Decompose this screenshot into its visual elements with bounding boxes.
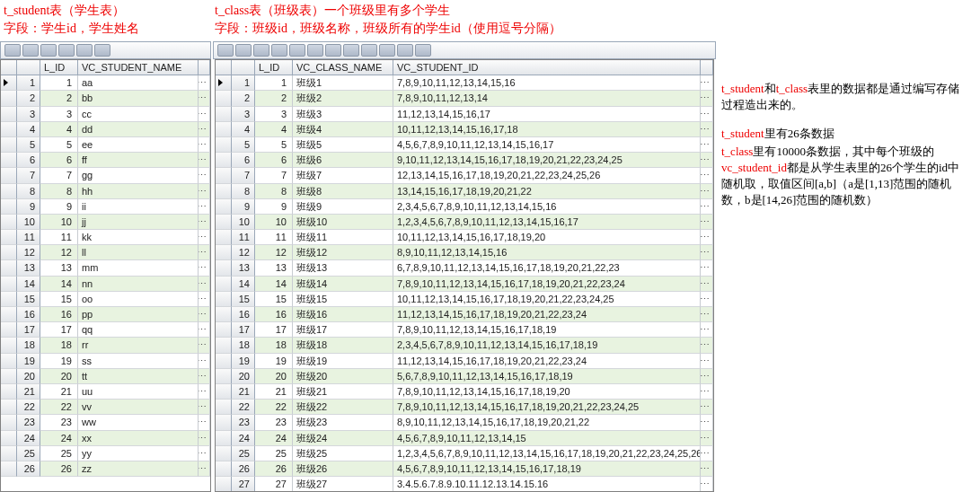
- cell-student-name[interactable]: mm: [78, 260, 199, 276]
- toolbar-icon[interactable]: [307, 44, 323, 57]
- cell-class-name[interactable]: 班级15: [293, 292, 393, 307]
- cell-more-icon[interactable]: [701, 168, 713, 183]
- cell-lid[interactable]: 10: [40, 215, 78, 230]
- cell-student-name[interactable]: ii: [78, 199, 199, 215]
- cell-lid[interactable]: 27: [255, 477, 293, 491]
- row-gutter[interactable]: [216, 260, 232, 276]
- cell-lid[interactable]: 3: [255, 107, 293, 122]
- cell-lid[interactable]: 11: [255, 230, 293, 245]
- cell-student-name[interactable]: pp: [78, 307, 199, 322]
- table-row[interactable]: 1616班级1611,12,13,14,15,16,17,18,19,20,21…: [216, 307, 713, 322]
- row-gutter[interactable]: [1, 107, 17, 122]
- cell-student-name[interactable]: gg: [78, 168, 199, 183]
- row-gutter[interactable]: [216, 477, 232, 491]
- cell-class-name[interactable]: 班级2: [293, 91, 393, 106]
- toolbar-icon[interactable]: [217, 44, 234, 57]
- cell-class-name[interactable]: 班级12: [293, 245, 393, 260]
- table-row[interactable]: 2626zz: [1, 461, 210, 477]
- cell-student-ids[interactable]: 1,2,3,4,5,6,7,8,9,10,11,12,13,14,15,16,1…: [393, 446, 701, 461]
- cell-student-name[interactable]: ss: [78, 354, 199, 369]
- cell-more-icon[interactable]: [199, 415, 210, 430]
- cell-more-icon[interactable]: [199, 199, 210, 215]
- table-row[interactable]: 88班级813,14,15,16,17,18,19,20,21,22: [216, 184, 713, 199]
- row-gutter[interactable]: [1, 292, 17, 307]
- cell-lid[interactable]: 25: [40, 446, 78, 461]
- table-row[interactable]: 1717班级177,8,9,10,11,12,13,14,15,16,17,18…: [216, 322, 713, 338]
- table-row[interactable]: 1414班级147,8,9,10,11,12,13,14,15,16,17,18…: [216, 277, 713, 292]
- cell-student-ids[interactable]: 7,8,9,10,11,12,13,14,15,16,17,18,19,20: [393, 384, 701, 400]
- cell-student-name[interactable]: ww: [78, 415, 199, 430]
- cell-more-icon[interactable]: [701, 292, 713, 307]
- table-row[interactable]: 33cc: [1, 107, 210, 122]
- row-gutter[interactable]: [1, 137, 17, 153]
- table-row[interactable]: 99班级92,3,4,5,6,7,8,9,10,11,12,13,14,15,1…: [216, 199, 713, 215]
- col-header-name[interactable]: VC_STUDENT_NAME: [78, 60, 199, 75]
- cell-more-icon[interactable]: [199, 446, 210, 461]
- cell-student-ids[interactable]: 10,11,12,13,14,15,16,17,18,19,20,21,22,2…: [393, 292, 701, 307]
- cell-more-icon[interactable]: [701, 322, 713, 338]
- cell-lid[interactable]: 24: [255, 431, 293, 446]
- cell-lid[interactable]: 13: [40, 260, 78, 276]
- gutter-header[interactable]: [216, 60, 232, 75]
- cell-lid[interactable]: 2: [255, 91, 293, 106]
- cell-lid[interactable]: 10: [255, 215, 293, 230]
- cell-more-icon[interactable]: [701, 153, 713, 168]
- cell-lid[interactable]: 5: [40, 137, 78, 153]
- row-gutter[interactable]: [216, 369, 232, 384]
- cell-lid[interactable]: 7: [255, 168, 293, 183]
- row-gutter[interactable]: [1, 431, 17, 446]
- cell-lid[interactable]: 9: [255, 199, 293, 215]
- cell-more-icon[interactable]: [701, 461, 713, 477]
- row-gutter[interactable]: [216, 91, 232, 106]
- cell-class-name[interactable]: 班级9: [293, 199, 393, 215]
- table-row[interactable]: 77班级712,13,14,15,16,17,18,19,20,21,22,23…: [216, 168, 713, 183]
- cell-more-icon[interactable]: [701, 107, 713, 122]
- cell-student-name[interactable]: yy: [78, 446, 199, 461]
- toolbar-icon[interactable]: [379, 44, 395, 57]
- cell-student-name[interactable]: nn: [78, 277, 199, 292]
- row-gutter[interactable]: [1, 461, 17, 477]
- cell-lid[interactable]: 6: [40, 153, 78, 168]
- cell-more-icon[interactable]: [701, 338, 713, 353]
- row-gutter[interactable]: [216, 322, 232, 338]
- cell-more-icon[interactable]: [199, 322, 210, 338]
- cell-lid[interactable]: 23: [255, 415, 293, 430]
- row-gutter[interactable]: [216, 277, 232, 292]
- cell-student-name[interactable]: dd: [78, 122, 199, 137]
- cell-lid[interactable]: 17: [40, 322, 78, 338]
- row-gutter[interactable]: [1, 307, 17, 322]
- cell-more-icon[interactable]: [199, 369, 210, 384]
- row-gutter[interactable]: [216, 446, 232, 461]
- row-gutter[interactable]: [216, 137, 232, 153]
- row-gutter[interactable]: [216, 122, 232, 137]
- cell-more-icon[interactable]: [701, 122, 713, 137]
- cell-class-name[interactable]: 班级16: [293, 307, 393, 322]
- table-row[interactable]: 1818班级182,3,4,5,6,7,8,9,10,11,12,13,14,1…: [216, 338, 713, 353]
- col-header-extra[interactable]: [701, 60, 713, 75]
- cell-more-icon[interactable]: [199, 260, 210, 276]
- row-gutter[interactable]: [1, 415, 17, 430]
- table-row[interactable]: 1111班级1110,11,12,13,14,15,16,17,18,19,20: [216, 230, 713, 245]
- cell-class-name[interactable]: 班级20: [293, 369, 393, 384]
- table-row[interactable]: 22bb: [1, 91, 210, 106]
- table-row[interactable]: 1818rr: [1, 338, 210, 353]
- toolbar-icon[interactable]: [4, 44, 21, 57]
- cell-lid[interactable]: 9: [40, 199, 78, 215]
- row-gutter[interactable]: [216, 307, 232, 322]
- table-row[interactable]: 66班级69,10,11,12,13,14,15,16,17,18,19,20,…: [216, 153, 713, 168]
- toolbar-icon[interactable]: [235, 44, 252, 57]
- table-row[interactable]: 1212ll: [1, 245, 210, 260]
- row-gutter[interactable]: [1, 199, 17, 215]
- cell-more-icon[interactable]: [701, 307, 713, 322]
- row-gutter[interactable]: [216, 75, 232, 91]
- cell-more-icon[interactable]: [199, 230, 210, 245]
- col-header-class-name[interactable]: VC_CLASS_NAME: [293, 60, 393, 75]
- cell-lid[interactable]: 12: [255, 245, 293, 260]
- cell-more-icon[interactable]: [199, 168, 210, 183]
- cell-more-icon[interactable]: [199, 307, 210, 322]
- cell-lid[interactable]: 4: [255, 122, 293, 137]
- cell-lid[interactable]: 17: [255, 322, 293, 338]
- cell-student-ids[interactable]: 6,7,8,9,10,11,12,13,14,15,16,17,18,19,20…: [393, 260, 701, 276]
- cell-lid[interactable]: 4: [40, 122, 78, 137]
- cell-more-icon[interactable]: [199, 338, 210, 353]
